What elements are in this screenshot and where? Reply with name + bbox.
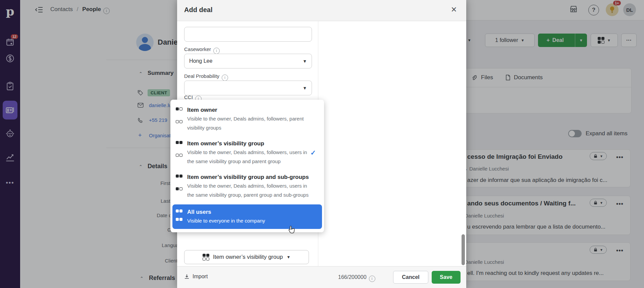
caseworker-label: Caseworkeri <box>184 46 220 54</box>
app-root: p 12 ••• Contacts / Peoplei <box>0 0 644 288</box>
modal-scrollbar-thumb[interactable] <box>462 234 465 265</box>
visibility-option-all-users[interactable]: All users Visible to everyone in the com… <box>172 204 322 229</box>
deal-probability-label: Deal Probabilityi <box>184 73 228 81</box>
download-icon <box>184 274 190 279</box>
visibility-level-2-icon <box>176 141 182 166</box>
close-icon[interactable]: ✕ <box>451 5 457 14</box>
visibility-option-owner-group-subgroups[interactable]: Item owner’s visibility group and sub-gr… <box>170 170 324 203</box>
deal-title-input[interactable] <box>184 27 312 42</box>
visibility-option-item-owner[interactable]: Item owner Visible to the owner, Deals a… <box>170 102 324 136</box>
modal-title: Add deal <box>184 6 212 14</box>
caseworker-select[interactable]: Hong Lee▼ <box>184 54 312 68</box>
modal-header <box>177 0 466 21</box>
chevron-down-icon: ▼ <box>303 59 307 64</box>
visibility-grid-icon <box>203 254 209 260</box>
info-icon[interactable]: i <box>213 48 220 54</box>
info-icon[interactable]: i <box>369 276 375 282</box>
save-button[interactable]: Save <box>432 271 461 284</box>
chevron-down-icon: ▼ <box>303 86 307 91</box>
cancel-button[interactable]: Cancel <box>393 271 428 284</box>
visibility-select-button[interactable]: Item owner’s visibility group ▼ <box>184 250 309 264</box>
check-icon: ✓ <box>310 149 316 157</box>
usage-counter: 166/200000i <box>338 274 375 282</box>
visibility-option-owner-group[interactable]: Item owner’s visibility group Visible to… <box>170 136 324 170</box>
visibility-level-3-icon <box>176 175 182 199</box>
visibility-level-1-icon <box>176 107 182 132</box>
cursor-hand-icon <box>288 226 296 234</box>
visibility-level-4-icon <box>176 209 182 225</box>
info-icon[interactable]: i <box>222 75 228 81</box>
caret-down-icon: ▼ <box>286 255 290 259</box>
deal-probability-select[interactable]: ▼ <box>184 81 312 95</box>
visibility-dropdown: Item owner Visible to the owner, Deals a… <box>170 100 324 232</box>
import-button[interactable]: Import <box>184 274 208 280</box>
